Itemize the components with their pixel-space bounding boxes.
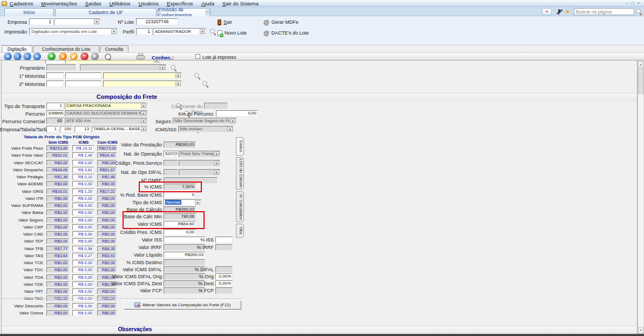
tipo-icms-select[interactable]: Normal▼ (164, 199, 201, 206)
chevron-down-icon[interactable]: ▼ (141, 104, 146, 108)
alterar-valores-button[interactable]: Alterar Valores da Composição do Frete (… (124, 300, 241, 310)
scroll-down-icon[interactable]: ▼ (638, 327, 643, 333)
chevron-down-icon[interactable]: ▼ (154, 61, 159, 63)
base-calc-min-input[interactable]: 780,06 (164, 213, 196, 220)
perfil-search-icon[interactable] (209, 28, 216, 35)
percurso-select[interactable]: CAXIAS DO SUL/CIDADES DEMAIS ESTADOS▼ (65, 110, 147, 117)
chevron-down-icon[interactable]: ▼ (214, 170, 219, 174)
icms-iss-select[interactable]: Não incluso▼ (178, 126, 234, 132)
seguro-select[interactable]: Não Descontar Seguro do Frete F▼ (173, 118, 236, 124)
valor-prestacao-input[interactable]: R$390,03 (164, 142, 196, 148)
chevron-down-icon[interactable]: ▼ (141, 111, 146, 116)
last-record-button[interactable]: » (33, 52, 41, 61)
pct-iss-input[interactable] (215, 237, 233, 243)
motorista1-search-icon[interactable] (194, 72, 201, 79)
chevron-down-icon[interactable]: ▼ (227, 127, 233, 131)
previous-record-button[interactable]: ‹ (13, 52, 22, 61)
empresa-select[interactable]: ▼ (54, 18, 100, 25)
chevron-down-icon[interactable]: ▼ (175, 82, 181, 86)
menu-item[interactable]: Usuários (139, 1, 159, 6)
pct-fcp-input[interactable] (215, 287, 233, 294)
lote-input[interactable]: 223207746 (136, 18, 178, 25)
novo-lote-button[interactable]: Novo Lote (218, 29, 247, 37)
tab-cadastro-uf[interactable]: Cadastro de UF (55, 8, 157, 16)
pct-dest-input[interactable]: 0,00% (215, 280, 233, 287)
pct-difal-input[interactable] (215, 266, 233, 273)
menu-item[interactable]: Saídas (85, 1, 101, 6)
favorites-button[interactable]: ♥ (542, 8, 552, 15)
chevron-down-icon[interactable]: ▼ (160, 65, 165, 70)
motorista2-code-input[interactable] (46, 80, 64, 87)
search-input[interactable] (574, 8, 634, 15)
tarifa-input[interactable]: 13 (74, 126, 91, 132)
menu-item[interactable]: Específicos (167, 1, 193, 6)
next-record-button[interactable]: › (23, 52, 31, 61)
chevron-down-icon[interactable]: ▼ (214, 152, 219, 156)
proprietario-select[interactable]: ▼ (80, 64, 166, 71)
chevron-down-icon[interactable]: ▼ (94, 19, 99, 24)
tipo-transporte-select[interactable]: CARGA FRACIONADA▼ (65, 103, 147, 109)
cancel-record-button[interactable]: × (91, 52, 99, 61)
pct-red-base-input[interactable]: 0 (164, 192, 196, 198)
percurso-comercial-code-input[interactable]: 65 (46, 118, 64, 124)
tabela-input[interactable]: 100 (60, 126, 73, 132)
cropped-input[interactable] (45, 61, 65, 64)
tab-consulta[interactable]: Consulta (100, 45, 128, 52)
perfil-select[interactable]: ADMINISTRADOR▼ (153, 28, 206, 35)
tab-conhecimentos-do-lote[interactable]: Conhecimentos do Lote (33, 45, 99, 52)
tipo-transporte-code-input[interactable]: 1 (46, 103, 64, 109)
close-icon[interactable]: × (637, 1, 640, 5)
base-calculo-input[interactable]: R$390,03 (164, 206, 196, 213)
codigo-prest-select[interactable]: ▼ (179, 160, 220, 166)
first-record-button[interactable]: « (4, 52, 12, 61)
proprietario-search-icon[interactable] (170, 64, 177, 71)
valor-liquido-input[interactable]: R$390,03 (164, 252, 205, 258)
menu-item[interactable]: Sair do Sistema (222, 1, 259, 6)
tab-emissao-conhecimentos[interactable]: Emissão de Conhecimentos × (158, 8, 211, 16)
nat-operacao-code-input[interactable]: 520720 (164, 151, 178, 157)
km-percurso-input[interactable]: 0,00 (216, 110, 258, 117)
tab-inicio[interactable]: Início (4, 8, 54, 16)
side-tab-obs[interactable]: Obs (236, 224, 244, 238)
coeficiente-peso-input[interactable] (204, 103, 228, 109)
empresa-code-input[interactable]: 1 (29, 18, 53, 25)
minimize-icon[interactable]: – (626, 1, 628, 5)
chevron-down-icon[interactable]: ▼ (175, 73, 181, 78)
menu-item[interactable]: Cadastros (10, 1, 33, 6)
save-record-button[interactable] (59, 52, 67, 61)
pin-icon[interactable] (556, 9, 562, 15)
lote-impresso-checkbox[interactable] (195, 54, 200, 59)
percurso-code-input[interactable]: 10989999 (46, 110, 64, 117)
cropped-select[interactable]: ▼ (65, 61, 160, 64)
menu-item[interactable]: Utilitários (109, 1, 130, 6)
tab-close-icon[interactable]: × (206, 10, 210, 15)
pct-icms-destino-input[interactable] (164, 259, 205, 266)
search-magnifier-icon[interactable] (635, 8, 642, 15)
delete-record-button[interactable]: − (80, 52, 89, 61)
side-tab-dados[interactable]: Dados (236, 137, 244, 156)
tab-digitacao[interactable]: Digitação (2, 45, 32, 52)
motorista1-select[interactable]: ▼ (103, 72, 182, 79)
scrollbar-thumb[interactable] (638, 68, 643, 94)
nat-ope-difal-select[interactable]: ▼ (179, 169, 220, 176)
valor-icms-input[interactable]: R$54,60 (164, 221, 196, 227)
chevron-down-icon[interactable]: ▼ (200, 29, 205, 34)
credito-pres-input[interactable]: 0,00 (164, 229, 196, 236)
gnre-input[interactable] (164, 177, 218, 184)
sair-button[interactable]: Sair (218, 18, 232, 26)
perfil-code-input[interactable]: 1 (136, 28, 152, 35)
nat-operacao-select[interactable]: Prest Serv Transp In▼ (179, 151, 220, 157)
side-tab-vl-calculados[interactable]: Vl. Calculados (236, 191, 244, 222)
restore-icon[interactable]: □ (631, 1, 634, 5)
gerar-mdfe-button[interactable]: @Gerar MDFe (263, 18, 299, 26)
motorista2-select[interactable]: ▼ (103, 80, 182, 87)
pct-orig-input[interactable]: 0,00% (215, 273, 233, 280)
nat-ope-difal-code-input[interactable] (164, 169, 178, 176)
empresa-input[interactable]: 1 (46, 126, 58, 132)
vertical-scrollbar[interactable]: ▲ ▼ (638, 61, 644, 334)
motorista2-search-icon[interactable] (202, 80, 209, 88)
motorista2-doc-input[interactable] (65, 80, 101, 87)
chevron-down-icon[interactable]: ▼ (214, 161, 219, 165)
pct-icms-input[interactable]: 7,00% (164, 184, 196, 190)
menu-item[interactable]: Ajuda (201, 1, 214, 6)
